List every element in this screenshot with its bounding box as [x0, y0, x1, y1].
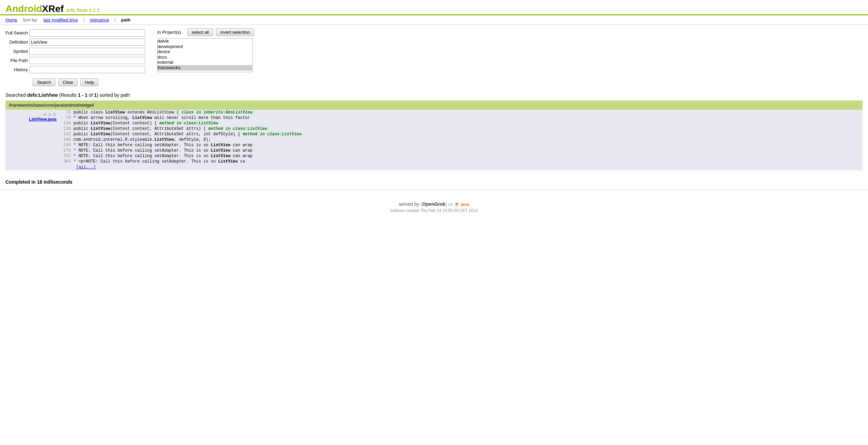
result-line: 79* When arrow scrolling, ListView will …: [60, 115, 863, 121]
opengrok-text: served by {OpenGrok}: [399, 201, 448, 207]
line-code: * <p>NOTE: Call this before calling setA…: [74, 159, 245, 164]
line-code: com.android.internal.R.styleable.ListVie…: [74, 137, 211, 142]
result-line: 146com.android.internal.R.styleable.List…: [60, 137, 863, 142]
result-line: 138public ListView(Context context, Attr…: [60, 126, 863, 132]
served-by: served by: [399, 201, 421, 207]
had-label: H A D: [9, 112, 57, 117]
search-table: Full Search Definition Symbol File Path …: [5, 28, 147, 74]
line-code: public class ListView extends AbsListVie…: [74, 110, 253, 115]
history-input[interactable]: [29, 66, 145, 73]
invert-selection-button[interactable]: invert selection: [216, 28, 254, 36]
line-number: 246: [60, 143, 74, 148]
sort-relevance[interactable]: relevance: [90, 17, 109, 22]
definition-input[interactable]: [29, 39, 145, 46]
file-path-label: File Path: [5, 56, 29, 65]
search-button[interactable]: Search: [33, 78, 55, 86]
search-section: Full Search Definition Symbol File Path …: [0, 25, 868, 90]
footer: served by {OpenGrok} on ☕ java Indexes c…: [0, 191, 868, 220]
result-group: /frameworks/base/core/java/android/widge…: [5, 101, 863, 170]
definition-row: Definition: [5, 37, 147, 47]
opengrok-name: OpenGrok: [422, 201, 445, 207]
of-text: of: [87, 92, 94, 98]
header: AndroidXRefJelly Bean 4.2.2: [0, 0, 868, 15]
project-panel-header: In Project(s) select all invert selectio…: [157, 28, 254, 36]
summary-prefix: Searched: [5, 92, 27, 98]
results-area: Searched defs:ListView (Results 1 - 1 of…: [0, 90, 868, 170]
java-logo: ☕ java: [454, 202, 469, 207]
sort-label: Sort by:: [23, 17, 38, 22]
full-search-input[interactable]: [29, 29, 145, 36]
line-code: * NOTE: Call this before calling setAdap…: [74, 148, 253, 153]
result-line: 364* <p>NOTE: Call this before calling s…: [60, 159, 863, 164]
line-code: public ListView(Context context, Attribu…: [74, 132, 302, 137]
line-number: 279: [60, 148, 74, 153]
line-number: 138: [60, 126, 74, 131]
footer-opengrok: served by {OpenGrok} on ☕ java: [0, 201, 868, 207]
site-title: AndroidXRefJelly Bean 4.2.2: [5, 3, 863, 14]
result-group-header: /frameworks/base/core/java/android/widge…: [5, 101, 863, 110]
line-number: 364: [60, 159, 74, 164]
search-form: Full Search Definition Symbol File Path …: [5, 28, 147, 86]
completed-text: Completed in 18 milliseconds: [0, 176, 868, 188]
close-bracket: }: [446, 201, 447, 207]
result-line: 246* NOTE: Call this before calling setA…: [60, 142, 863, 148]
search-term: defs:ListView: [27, 92, 58, 98]
result-file-section: H A D ListView.java 72public class ListV…: [5, 110, 863, 170]
file-path-input[interactable]: [29, 57, 145, 64]
version-text: Jelly Bean 4.2.2: [66, 7, 100, 13]
full-search-row: Full Search: [5, 28, 147, 37]
line-number: 79: [60, 116, 74, 120]
xref-text: XRef: [42, 3, 64, 14]
in-projects-label: In Project(s): [157, 30, 181, 35]
on-text: on: [448, 202, 454, 207]
results-suffix: ) sorted by path: [97, 92, 130, 98]
home-link[interactable]: Home: [5, 17, 17, 22]
symbol-row: Symbol: [5, 47, 147, 56]
result-path-link[interactable]: /frameworks/base/core/java/android/widge…: [9, 103, 94, 108]
all-results-link[interactable]: [all...]: [60, 164, 863, 170]
footer-divider: [0, 189, 868, 190]
line-number: 142: [60, 132, 74, 137]
nav-bar: Home Sort by: last modified time | relev…: [0, 15, 868, 25]
result-line: 332* NOTE: Call this before calling setA…: [60, 153, 863, 159]
line-code: * When arrow scrolling, ListView will ne…: [74, 116, 250, 120]
result-line: 142public ListView(Context context, Attr…: [60, 132, 863, 137]
button-row: Search Clear Help: [5, 76, 147, 86]
line-code: public ListView(Context context, Attribu…: [74, 126, 267, 131]
line-code: * NOTE: Call this before calling setAdap…: [74, 143, 253, 148]
project-panel: In Project(s) select all invert selectio…: [157, 28, 254, 86]
result-lines: 72public class ListView extends AbsListV…: [60, 110, 863, 170]
line-number: 332: [60, 154, 74, 158]
clear-button[interactable]: Clear: [58, 78, 78, 86]
android-text: Android: [5, 3, 42, 14]
result-line: 279* NOTE: Call this before calling setA…: [60, 148, 863, 153]
definition-label: Definition: [5, 37, 29, 47]
results-range: 1 - 1: [78, 92, 87, 98]
indexes-text: Indexes created Thu Feb 14 23:00:39 CET …: [0, 208, 868, 213]
help-button[interactable]: Help: [80, 78, 98, 86]
sep2: |: [114, 17, 115, 22]
select-all-button[interactable]: select all: [187, 28, 213, 36]
history-row: History: [5, 65, 147, 74]
full-search-label: Full Search: [5, 28, 29, 37]
line-number: 134: [60, 121, 74, 126]
symbol-input[interactable]: [29, 48, 145, 55]
line-code: public ListView(Context context) { metho…: [74, 121, 218, 126]
history-label: History: [5, 65, 29, 74]
result-line: 72public class ListView extends AbsListV…: [60, 110, 863, 115]
line-number: 72: [60, 110, 74, 115]
sort-path[interactable]: path: [121, 17, 130, 22]
results-text: (Results: [58, 92, 78, 98]
search-summary: Searched defs:ListView (Results 1 - 1 of…: [5, 90, 863, 101]
filename-link[interactable]: ListView.java: [29, 117, 57, 122]
symbol-label: Symbol: [5, 47, 29, 56]
sort-last-modified[interactable]: last modified time: [43, 17, 78, 22]
project-list[interactable]: dalvikdevelopmentdevicedocsexternalframe…: [157, 38, 253, 72]
line-number: 146: [60, 137, 74, 142]
sep1: |: [83, 17, 84, 22]
result-line: 134public ListView(Context context) { me…: [60, 121, 863, 126]
result-file-left: H A D ListView.java: [5, 110, 60, 170]
line-code: * NOTE: Call this before calling setAdap…: [74, 154, 253, 158]
file-path-row: File Path: [5, 56, 147, 65]
